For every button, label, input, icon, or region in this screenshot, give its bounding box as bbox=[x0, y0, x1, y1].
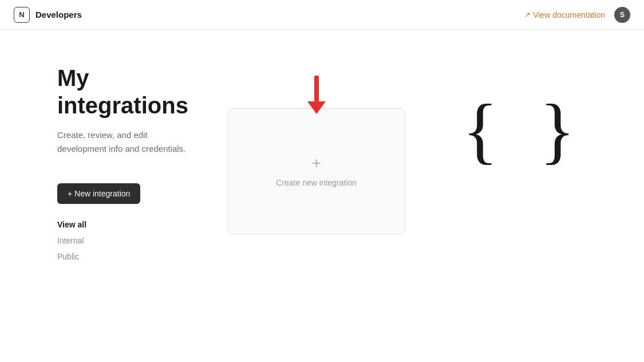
right-panel: + Create new integration { } bbox=[228, 64, 587, 339]
header-right: ↗ View documentation S bbox=[524, 7, 630, 23]
arrow-shaft bbox=[314, 76, 319, 101]
page-title: My integrations bbox=[57, 64, 193, 119]
page-subtitle: Create, review, and edit development inf… bbox=[57, 128, 193, 156]
header: N Developers ↗ View documentation S bbox=[0, 0, 644, 30]
main-content: My integrations Create, review, and edit… bbox=[0, 30, 644, 362]
red-arrow-icon bbox=[307, 76, 326, 114]
external-link-icon: ↗ bbox=[524, 10, 531, 19]
public-link[interactable]: Public bbox=[57, 250, 193, 263]
braces-decoration: { } bbox=[463, 93, 587, 167]
arrow-head bbox=[307, 101, 326, 114]
notion-logo-icon: N bbox=[14, 7, 30, 23]
create-integration-card[interactable]: + Create new integration bbox=[228, 108, 405, 234]
create-card-label: Create new integration bbox=[276, 178, 357, 187]
new-integration-button[interactable]: + New integration bbox=[57, 183, 140, 204]
view-documentation-link[interactable]: ↗ View documentation bbox=[524, 10, 605, 19]
internal-link[interactable]: Internal bbox=[57, 234, 193, 247]
view-all-link[interactable]: View all bbox=[57, 218, 193, 231]
view-documentation-label: View documentation bbox=[533, 10, 605, 19]
left-panel: My integrations Create, review, and edit… bbox=[57, 64, 193, 339]
nav-links: View all Internal Public bbox=[57, 218, 193, 263]
arrow-container bbox=[307, 76, 326, 114]
plus-icon: + bbox=[312, 155, 321, 171]
avatar[interactable]: S bbox=[614, 7, 630, 23]
content-area: + Create new integration bbox=[228, 76, 405, 234]
header-left: N Developers bbox=[14, 7, 82, 23]
header-title: Developers bbox=[35, 10, 82, 19]
